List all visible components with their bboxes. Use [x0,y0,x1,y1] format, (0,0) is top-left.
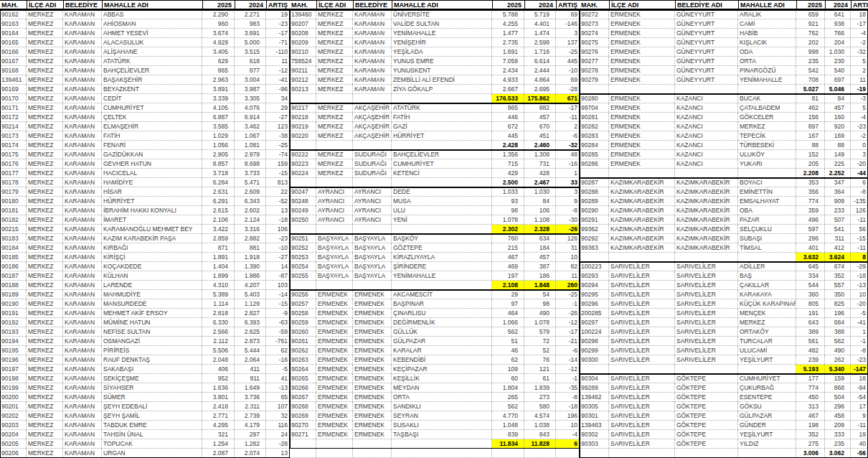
cell-mahalle[interactable]: KÜÇÜK KARAPINAR [738,299,796,308]
cell-artis[interactable]: 5 [851,103,868,112]
cell-ilce[interactable]: KAZIMKARABEKİR [609,234,675,243]
cell-2025[interactable]: 5.506 [202,346,235,355]
cell-belediye[interactable]: ERMENEK [353,318,392,327]
cell-2025[interactable]: 643 [796,318,825,327]
cell-2025[interactable]: 3.585 [202,122,235,131]
cell-mahalle[interactable]: ÇAKILLAR [738,281,796,289]
cell-artis[interactable]: 18 [851,10,868,19]
cell-mahalle[interactable]: PAZAR [738,215,796,224]
cell-2025[interactable]: 109 [492,365,524,373]
cell-mahalle[interactable]: KIŞLACIK [738,38,796,47]
cell-ilce[interactable]: ERMENEK [609,159,675,168]
cell-mah[interactable]: 90260 [290,327,316,336]
cell-2025[interactable]: 62 [492,355,524,364]
cell-artis[interactable]: 813 [266,178,290,187]
cell-mah[interactable]: 99289 [580,383,609,392]
cell-2025[interactable]: 629 [202,57,235,65]
cell-2024[interactable]: 2.311 [235,402,266,411]
cell-2024[interactable]: 412 [825,243,851,252]
cell-artis[interactable]: 11 [266,57,290,65]
cell-artis[interactable]: -11 [851,215,868,224]
cell-mahalle[interactable]: GÖZTEPE [392,243,492,252]
cell-artis[interactable]: -27 [266,253,290,261]
cell-mah[interactable]: 200285 [580,309,609,317]
cell-mah[interactable]: 90261 [290,337,316,345]
cell-ilce[interactable]: MERKEZ [27,374,63,383]
cell-ilce[interactable]: MERKEZ [27,346,63,355]
cell-mahalle[interactable]: YENİŞEHİR [392,38,492,47]
cell-ilce[interactable]: MERKEZ [27,402,63,411]
cell-2024[interactable]: 490 [825,346,851,355]
cell-2024[interactable]: 6.343 [235,197,266,205]
cell-artis[interactable]: 19 [266,10,290,19]
column-header-2025[interactable]: 2025 [796,1,825,9]
cell-ilce[interactable]: ERMENEK [316,402,353,411]
cell-belediye[interactable]: GÖKTEPE [675,439,738,448]
cell-2025[interactable]: 2.735 [492,38,524,47]
cell-2025[interactable]: 760 [492,234,524,243]
cell-artis[interactable]: 17 [851,402,868,411]
cell-mahalle[interactable]: DEĞİRMENLİK [392,318,492,327]
cell-mah[interactable]: 90172 [0,113,27,121]
cell-2025[interactable]: 445 [492,131,524,140]
cell-mah[interactable]: 90274 [580,29,609,37]
cell-mah[interactable]: 90204 [0,430,27,439]
cell-artis[interactable]: -32 [851,47,868,56]
cell-artis[interactable]: 22 [266,187,290,196]
cell-belediye[interactable]: GÜNEYYURT [675,19,738,28]
cell-2024[interactable]: 2.602 [235,206,266,215]
cell-2024[interactable]: 4.574 [524,411,556,420]
cell-mah[interactable]: 90191 [0,309,27,317]
cell-mah[interactable]: 90283 [580,131,609,140]
cell-mah[interactable]: 90219 [290,122,316,131]
cell-belediye[interactable]: KAZIMKARABEKİR [675,234,738,243]
cell-2024[interactable]: 388 [825,327,851,336]
cell-ilce[interactable]: ERMENEK [609,131,675,140]
cell-mahalle[interactable]: ÇATALBADEM [738,103,796,112]
cell-ilce[interactable]: ERMENEK [316,374,353,383]
cell-ilce[interactable]: MERKEZ [27,262,63,271]
cell-belediye[interactable]: KAZANCI [675,141,738,149]
cell-mahalle[interactable] [392,94,492,103]
cell-belediye[interactable]: KARAMAN [63,75,102,84]
cell-mah[interactable]: 90174 [0,141,27,149]
cell-2024[interactable]: 2.979 [235,150,266,159]
cell-mahalle[interactable]: ULU [392,206,492,215]
cell-2025[interactable]: 774 [796,197,825,205]
cell-artis[interactable]: -15 [266,169,290,177]
cell-2025[interactable]: 482 [796,346,825,355]
cell-2024[interactable]: 262 [825,355,851,364]
cell-mahalle[interactable]: TAŞBAŞI [392,430,492,439]
cell-mah[interactable]: 90264 [290,365,316,373]
cell-2024[interactable]: 5.719 [524,10,556,19]
cell-ilce[interactable]: MERKEZ [316,85,353,93]
cell-mahalle[interactable] [392,225,492,233]
cell-mahalle[interactable]: RAUF DENKTAŞ [102,355,202,364]
cell-ilce[interactable]: MERKEZ [27,365,63,373]
cell-ilce[interactable] [316,141,353,149]
cell-mah[interactable]: 90193 [0,327,27,336]
cell-belediye[interactable]: GÖKTEPE [675,402,738,411]
cell-artis[interactable]: -1 [556,299,580,308]
cell-belediye[interactable]: BAŞYAYLA [353,262,392,271]
cell-2025[interactable]: 359 [796,206,825,215]
cell-mah[interactable]: 90302 [580,430,609,439]
cell-2025[interactable]: 3.891 [202,85,235,93]
cell-2024[interactable]: 235 [825,439,851,448]
cell-2025[interactable]: 215 [492,243,524,252]
cell-mah[interactable]: 90211 [290,66,316,75]
cell-mah[interactable]: 90293 [580,271,609,280]
cell-belediye[interactable]: KARAMAN [63,150,102,159]
cell-mah[interactable]: 90218 [290,113,316,121]
cell-belediye[interactable]: KARAMAN [353,10,392,19]
cell-ilce[interactable]: MERKEZ [27,141,63,149]
cell-belediye[interactable]: GÜNEYYURT [675,47,738,56]
cell-mah[interactable]: 90183 [0,234,27,243]
cell-mahalle[interactable]: CUMHURİYET [392,159,492,168]
column-header-mahalle[interactable]: MAHALLE ADI [392,1,492,9]
cell-artis[interactable]: 0 [851,141,868,149]
cell-2024[interactable]: 3.691 [235,29,266,37]
cell-2024[interactable]: 541 [825,225,851,233]
cell-2025[interactable]: 2.963 [202,75,235,84]
cell-2024[interactable]: 641 [825,10,851,19]
